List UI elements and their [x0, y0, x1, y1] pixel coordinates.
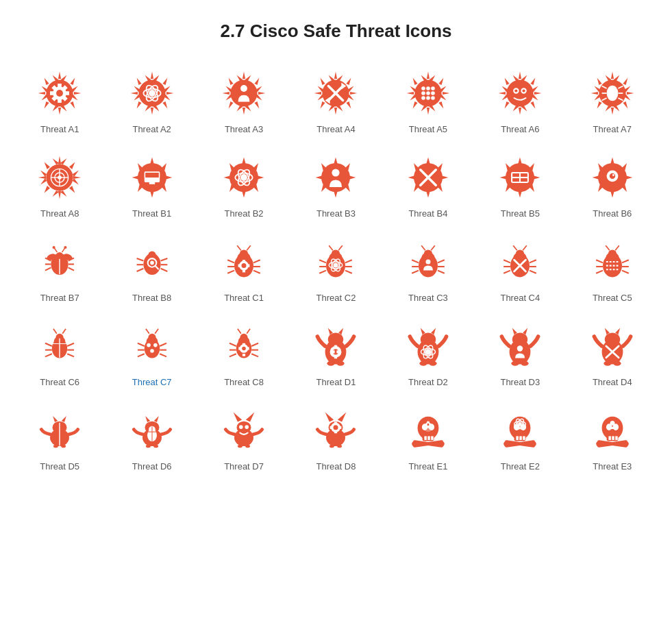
icon-cell-E3: Threat E3	[567, 400, 658, 477]
svg-point-216	[321, 163, 350, 192]
svg-line-385	[251, 343, 258, 346]
svg-marker-35	[162, 101, 167, 109]
svg-point-105	[421, 86, 425, 90]
icon-cell-C4: Threat C4	[474, 231, 566, 308]
svg-point-111	[421, 96, 425, 100]
svg-line-319	[438, 260, 445, 262]
svg-marker-171	[73, 178, 79, 185]
svg-marker-241	[610, 158, 614, 164]
svg-rect-23	[64, 91, 69, 95]
svg-marker-242	[610, 191, 614, 198]
svg-line-303	[320, 271, 327, 273]
svg-marker-91	[443, 92, 450, 95]
svg-point-456	[239, 425, 243, 429]
threat-d4-icon	[588, 322, 636, 370]
svg-rect-20	[58, 84, 62, 88]
svg-point-413	[429, 361, 436, 366]
svg-line-341	[596, 260, 603, 262]
icon-grid: Threat A1	[0, 56, 672, 498]
icon-label-D8: Threat D8	[316, 461, 356, 472]
threat-d6-icon	[128, 406, 176, 454]
threat-c3-icon	[404, 238, 452, 286]
svg-line-361	[53, 329, 57, 334]
icon-label-C2: Threat C2	[316, 293, 356, 303]
icon-label-C6: Threat C6	[40, 377, 79, 387]
svg-point-381	[240, 334, 247, 341]
svg-line-368	[138, 343, 145, 346]
svg-point-107	[431, 86, 435, 90]
svg-line-323	[431, 245, 435, 250]
svg-marker-435	[53, 416, 58, 422]
threat-b7-icon	[36, 238, 84, 286]
icon-cell-D5: Threat D5	[14, 400, 105, 477]
svg-marker-170	[40, 178, 47, 185]
svg-marker-175	[60, 191, 67, 197]
icon-cell-A2: Threat A2	[105, 62, 197, 140]
svg-rect-466	[334, 422, 337, 424]
svg-rect-392	[242, 343, 245, 346]
threat-d2-icon	[404, 322, 452, 370]
icon-label-A1: Threat A1	[40, 124, 79, 134]
svg-line-318	[412, 271, 419, 273]
svg-marker-197	[224, 175, 231, 180]
svg-line-344	[622, 260, 629, 262]
svg-point-513	[623, 441, 628, 446]
svg-point-108	[421, 91, 425, 95]
icon-label-E1: Threat E1	[408, 461, 447, 472]
icon-cell-C5: Threat C5	[567, 231, 658, 308]
svg-line-334	[514, 245, 518, 250]
svg-point-479	[412, 441, 417, 446]
svg-line-374	[146, 329, 149, 334]
threat-c7-icon	[128, 322, 176, 370]
icon-cell-A1: Threat A1	[14, 62, 105, 140]
icon-label-C1: Threat C1	[224, 293, 264, 303]
svg-marker-211	[349, 175, 356, 180]
svg-line-277	[160, 269, 167, 271]
threat-c6-icon	[36, 322, 84, 370]
svg-line-360	[67, 354, 74, 356]
svg-marker-56	[254, 101, 259, 109]
svg-point-422	[512, 361, 519, 366]
svg-point-424	[517, 345, 523, 351]
icon-cell-A6: Threat A6	[474, 62, 566, 140]
icon-cell-B5: Threat B5	[474, 147, 566, 224]
icon-label-D4: Threat D4	[593, 377, 632, 387]
svg-rect-472	[424, 436, 427, 440]
threat-d7-icon	[220, 406, 268, 454]
svg-marker-243	[592, 175, 599, 180]
svg-marker-174	[53, 191, 60, 197]
svg-line-384	[229, 354, 236, 356]
icon-cell-E1: Threat E1	[382, 400, 474, 477]
svg-line-272	[136, 258, 143, 261]
icon-label-D5: Threat D5	[40, 461, 79, 472]
svg-marker-69	[314, 92, 322, 95]
svg-marker-1	[58, 72, 61, 80]
svg-marker-120	[505, 101, 510, 109]
icon-label-D3: Threat D3	[500, 377, 540, 387]
svg-point-401	[337, 361, 345, 366]
icon-cell-C8: Threat C8	[198, 315, 290, 393]
svg-point-514	[610, 421, 614, 426]
svg-rect-484	[427, 422, 430, 424]
svg-line-306	[345, 271, 352, 273]
svg-line-308	[339, 245, 343, 250]
svg-line-348	[615, 245, 619, 250]
svg-rect-505	[608, 436, 611, 440]
svg-point-217	[332, 169, 340, 176]
svg-rect-406	[332, 350, 335, 353]
icon-label-A2: Threat A2	[132, 124, 171, 134]
svg-line-258	[45, 267, 51, 270]
icon-cell-C7: Threat C7	[105, 315, 197, 393]
threat-b5-icon	[496, 154, 544, 201]
svg-marker-55	[229, 101, 234, 109]
svg-marker-8	[71, 101, 75, 109]
threat-a4-icon	[312, 69, 360, 117]
threat-a8-icon	[36, 154, 84, 201]
icon-label-A5: Threat A5	[409, 124, 447, 134]
icon-label-C5: Threat C5	[593, 293, 632, 303]
svg-point-378	[150, 349, 154, 353]
svg-line-357	[45, 354, 52, 356]
svg-marker-89	[427, 108, 430, 115]
icon-label-B8: Threat B8	[132, 293, 171, 303]
threat-d8-icon	[312, 406, 360, 454]
